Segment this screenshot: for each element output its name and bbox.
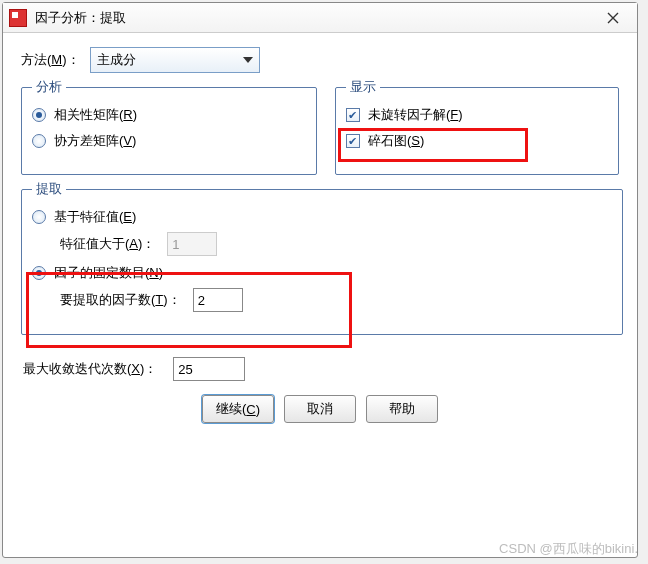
app-icon xyxy=(9,9,27,27)
group-display-legend: 显示 xyxy=(346,78,380,96)
continue-button[interactable]: 继续(C) xyxy=(202,395,274,423)
check-unrotated-label: 未旋转因子解(F) xyxy=(368,106,463,124)
button-row: 继续(C) 取消 帮助 xyxy=(21,395,619,423)
check-unrotated[interactable]: ✔ 未旋转因子解(F) xyxy=(346,104,608,126)
group-analysis: 分析 相关性矩阵(R) 协方差矩阵(V) xyxy=(21,87,317,175)
dialog-window: 因子分析：提取 方法(M)： 主成分 分析 相关性矩阵(R) xyxy=(2,2,638,558)
watermark: CSDN @西瓜味的bikini. xyxy=(499,540,638,558)
help-button[interactable]: 帮助 xyxy=(366,395,438,423)
group-extract: 提取 基于特征值(E) 特征值大于(A)： 因子的固定数目(N) 要提取的因子数… xyxy=(21,189,623,335)
radio-fixed-number[interactable]: 因子的固定数目(N) xyxy=(32,262,612,284)
iterations-row: 最大收敛迭代次数(X)： xyxy=(21,357,619,381)
close-icon xyxy=(607,12,619,24)
two-col: 分析 相关性矩阵(R) 协方差矩阵(V) 显示 ✔ 未旋转因子解(F) xyxy=(21,87,619,175)
factors-count-label: 要提取的因子数(T)： xyxy=(60,291,181,309)
method-label-prefix: 方法( xyxy=(21,52,51,67)
eigenvalue-input[interactable] xyxy=(167,232,217,256)
check-scree-label: 碎石图(S) xyxy=(368,132,424,150)
eigenvalue-gt-label: 特征值大于(A)： xyxy=(60,235,155,253)
iterations-label: 最大收敛迭代次数(X)： xyxy=(23,360,157,378)
titlebar: 因子分析：提取 xyxy=(3,3,637,33)
method-label-key: M xyxy=(51,52,62,67)
radio-eigenvalue-label: 基于特征值(E) xyxy=(54,208,136,226)
window-title: 因子分析：提取 xyxy=(35,9,595,27)
radio-icon xyxy=(32,266,46,280)
radio-correlation-label: 相关性矩阵(R) xyxy=(54,106,137,124)
eigenvalue-sub: 特征值大于(A)： xyxy=(60,232,612,256)
radio-fixed-number-label: 因子的固定数目(N) xyxy=(54,264,163,282)
method-label: 方法(M)： xyxy=(21,51,80,69)
factors-count-input[interactable] xyxy=(193,288,243,312)
radio-icon xyxy=(32,210,46,224)
checkbox-icon: ✔ xyxy=(346,108,360,122)
check-scree[interactable]: ✔ 碎石图(S) xyxy=(346,130,608,152)
cancel-button[interactable]: 取消 xyxy=(284,395,356,423)
iterations-input[interactable] xyxy=(173,357,245,381)
radio-icon xyxy=(32,134,46,148)
method-combo[interactable]: 主成分 xyxy=(90,47,260,73)
checkbox-icon: ✔ xyxy=(346,134,360,148)
radio-eigenvalue[interactable]: 基于特征值(E) xyxy=(32,206,612,228)
group-display: 显示 ✔ 未旋转因子解(F) ✔ 碎石图(S) xyxy=(335,87,619,175)
chevron-down-icon xyxy=(243,57,253,63)
dialog-content: 方法(M)： 主成分 分析 相关性矩阵(R) 协方差矩阵(V) xyxy=(3,33,637,557)
group-extract-legend: 提取 xyxy=(32,180,66,198)
radio-correlation[interactable]: 相关性矩阵(R) xyxy=(32,104,306,126)
method-row: 方法(M)： 主成分 xyxy=(21,47,619,73)
group-analysis-legend: 分析 xyxy=(32,78,66,96)
close-button[interactable] xyxy=(595,6,631,30)
fixed-sub: 要提取的因子数(T)： xyxy=(60,288,612,312)
radio-icon xyxy=(32,108,46,122)
method-label-suffix: )： xyxy=(62,52,79,67)
radio-covariance-label: 协方差矩阵(V) xyxy=(54,132,136,150)
radio-covariance[interactable]: 协方差矩阵(V) xyxy=(32,130,306,152)
method-combo-value: 主成分 xyxy=(97,51,136,69)
